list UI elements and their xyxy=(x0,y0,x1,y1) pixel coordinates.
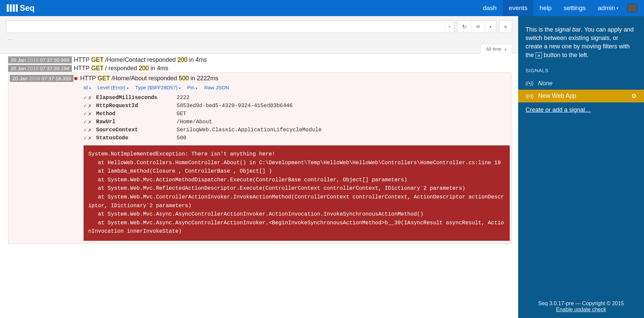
autorefresh-button[interactable]: ∞ xyxy=(471,20,485,33)
event-message: HTTP GET /Home/Contact responded 200 in … xyxy=(74,56,518,63)
property-row: ✓✗SourceContextSerilogWeb.Classic.Applic… xyxy=(84,126,511,134)
signal-bar: This is the signal bar. You can apply an… xyxy=(518,16,644,318)
timestamp-badge: 20 Jan 2016 07:37:39.194 xyxy=(8,65,72,72)
gear-icon[interactable]: ⚙ xyxy=(631,92,637,100)
to-end-button[interactable]: » xyxy=(499,20,512,33)
nav-dash[interactable]: dash xyxy=(477,0,503,16)
chevron-down-icon: ▾ xyxy=(616,6,618,10)
property-row: ✓✗ElapsedMilliseconds2222 xyxy=(84,94,511,102)
brand[interactable]: Seq xyxy=(7,3,35,13)
filter-exclude-icon[interactable]: ✗ xyxy=(88,94,92,101)
filter-exclude-icon[interactable]: ✗ xyxy=(88,135,92,141)
signals-heading: SIGNALS xyxy=(518,67,644,77)
version-text: Seq 3.0.17-pre — Copyright © 2015 xyxy=(518,301,644,307)
property-key: ElapsedMilliseconds xyxy=(96,95,177,101)
property-value: /Home/About xyxy=(177,119,511,125)
signal-selected[interactable]: ((•)) New Web App ⚙ xyxy=(518,90,644,102)
property-row: ✓✗HttpRequestId5853ed9d-bed5-4329-9324-4… xyxy=(84,102,511,110)
event-properties: ✓✗ElapsedMilliseconds2222 ✓✗HttpRequestI… xyxy=(8,94,511,145)
search-box: ▾ xyxy=(6,20,454,33)
search-input[interactable] xyxy=(6,20,445,33)
brand-logo-icon xyxy=(7,4,18,12)
top-navbar: Seq dash events help settings admin▾ xyxy=(0,0,644,16)
property-key: SourceContext xyxy=(96,127,177,133)
event-row[interactable]: 20 Jan 2016 07:37:18.333 HTTP GET /Home/… xyxy=(8,73,511,83)
signal-label: New Web App xyxy=(538,92,577,99)
property-value: 500 xyxy=(177,135,511,141)
stack-trace: System.NotImplementedException: There is… xyxy=(84,145,510,241)
filter-include-icon[interactable]: ✓ xyxy=(84,110,87,117)
meta-type[interactable]: Type ($5FF28D57)▾ xyxy=(135,85,181,90)
search-dropdown[interactable]: ▾ xyxy=(445,20,454,33)
property-value: SerilogWeb.Classic.ApplicationLifecycleM… xyxy=(177,127,511,133)
property-row: ✓✗MethodGET xyxy=(84,110,511,118)
filter-include-icon[interactable]: ✓ xyxy=(84,127,87,133)
main-panel: ▾ ↻ ∞ ▾ » … All time ▾ xyxy=(0,16,518,318)
meta-id[interactable]: Id▾ xyxy=(84,85,91,90)
chevron-down-icon: ▾ xyxy=(490,25,491,29)
signal-label: None xyxy=(538,80,553,87)
property-value: 5853ed9d-bed5-4329-9324-415ed03b6446 xyxy=(177,103,511,109)
event-message: HTTP GET / responded 200 in 4ms xyxy=(74,65,518,72)
property-value: GET xyxy=(177,111,511,117)
time-range-tab[interactable]: All time ▾ xyxy=(480,44,512,54)
nav-events[interactable]: events xyxy=(503,0,534,16)
timestamp-badge: 20 Jan 2016 07:37:18.333 xyxy=(10,75,73,82)
timestamp-badge: 20 Jan 2016 07:37:50.969 xyxy=(8,56,72,63)
main-nav: dash events help settings admin▾ xyxy=(477,0,637,16)
property-value: 2222 xyxy=(177,95,511,101)
event-row[interactable]: 20 Jan 2016 07:37:39.194 HTTP GET / resp… xyxy=(0,64,518,73)
nav-help[interactable]: help xyxy=(534,0,558,16)
property-row: ✓✗StatusCode500 xyxy=(84,134,511,142)
infinity-icon: ∞ xyxy=(476,24,480,30)
property-key: HttpRequestId xyxy=(96,103,177,109)
toolbar: ▾ ↻ ∞ ▾ » … All time ▾ xyxy=(0,16,518,54)
meta-pin[interactable]: Pin▾ xyxy=(187,85,198,90)
brand-text: Seq xyxy=(20,3,35,13)
filter-exclude-icon[interactable]: ✗ xyxy=(88,110,92,117)
signal-icon: ((•)) xyxy=(526,81,534,86)
chevron-down-icon: ▾ xyxy=(505,48,506,51)
enable-update-link[interactable]: Enable update check xyxy=(518,307,644,313)
nav-admin-label: admin xyxy=(598,4,615,12)
breadcrumb: … xyxy=(6,33,512,44)
filter-exclude-icon[interactable]: ✗ xyxy=(88,119,92,125)
property-key: Method xyxy=(96,111,177,117)
filter-include-icon[interactable]: ✓ xyxy=(84,135,87,141)
refresh-icon: ↻ xyxy=(462,24,466,30)
sidebar-footer: Seq 3.0.17-pre — Copyright © 2015 Enable… xyxy=(518,297,644,318)
chevrons-right-icon: » xyxy=(504,24,507,30)
nav-admin[interactable]: admin▾ xyxy=(592,0,625,16)
property-row: ✓✗RawUrl/Home/About xyxy=(84,118,511,126)
signal-none[interactable]: ((•)) None xyxy=(518,77,644,90)
meta-level[interactable]: Level (Error)▾ xyxy=(98,85,129,90)
user-avatar[interactable] xyxy=(627,4,637,12)
time-range-label: All time xyxy=(486,46,501,52)
filter-exclude-icon[interactable]: ✗ xyxy=(88,127,92,133)
signal-icon: ((•)) xyxy=(526,93,534,99)
event-meta-links: Id▾ Level (Error)▾ Type ($5FF28D57)▾ Pin… xyxy=(8,83,511,94)
event-expanded: 20 Jan 2016 07:37:18.333 HTTP GET /Home/… xyxy=(8,73,511,244)
event-message: HTTP GET /Home/About responded 500 in 22… xyxy=(74,75,511,82)
event-row[interactable]: 20 Jan 2016 07:37:50.969 HTTP GET /Home/… xyxy=(0,56,518,64)
meta-raw-json[interactable]: Raw JSON xyxy=(204,85,229,90)
events-list: 20 Jan 2016 07:37:50.969 HTTP GET /Home/… xyxy=(0,54,518,318)
filter-include-icon[interactable]: ✓ xyxy=(84,102,87,109)
property-key: RawUrl xyxy=(96,119,177,125)
error-dot-icon xyxy=(74,77,78,80)
create-signal-link[interactable]: Create or add a signal… xyxy=(518,102,644,118)
nav-settings[interactable]: settings xyxy=(558,0,592,16)
move-filter-icon: » xyxy=(536,52,542,58)
refresh-menu[interactable]: ▾ xyxy=(485,20,496,33)
signal-bar-intro: This is the signal bar. You can apply an… xyxy=(518,26,644,67)
refresh-button[interactable]: ↻ xyxy=(457,20,471,33)
filter-include-icon[interactable]: ✓ xyxy=(84,119,87,125)
filter-include-icon[interactable]: ✓ xyxy=(84,94,87,101)
property-key: StatusCode xyxy=(96,135,177,141)
filter-exclude-icon[interactable]: ✗ xyxy=(88,102,92,109)
